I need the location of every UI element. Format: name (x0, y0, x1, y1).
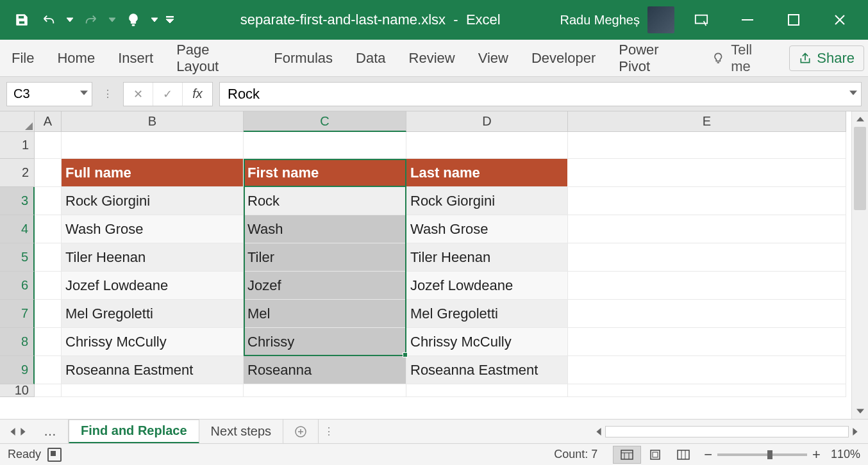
horizontal-scrollbar[interactable] (339, 426, 864, 437)
tab-split-handle[interactable]: ⋮ (319, 425, 339, 437)
tab-ellipsis[interactable]: … (32, 420, 69, 444)
cell-b6[interactable]: Jozef Lowdeane (62, 272, 244, 300)
scroll-up-icon[interactable] (852, 111, 868, 127)
cell-e3[interactable] (568, 187, 846, 215)
cell-a4[interactable] (35, 215, 62, 243)
row-header-3[interactable]: 3 (0, 187, 35, 215)
zoom-thumb[interactable] (767, 450, 772, 459)
tab-home[interactable]: Home (46, 42, 106, 74)
cell-e1[interactable] (568, 132, 846, 159)
cell-b2[interactable]: Full name (62, 159, 244, 187)
cell-a8[interactable] (35, 328, 62, 356)
cell-a5[interactable] (35, 243, 62, 272)
tab-insert[interactable]: Insert (106, 42, 165, 74)
row-header-5[interactable]: 5 (0, 243, 35, 272)
cell-c1[interactable] (244, 132, 406, 159)
chevron-down-icon[interactable] (80, 89, 88, 97)
close-button[interactable] (824, 8, 855, 31)
cell-c4[interactable]: Wash (244, 215, 406, 243)
cell-e2[interactable] (568, 159, 846, 187)
share-button[interactable]: Share (789, 45, 864, 71)
cell-b7[interactable]: Mel Gregoletti (62, 300, 244, 328)
cell-c9[interactable]: Roseanna (244, 356, 406, 384)
zoom-slider[interactable] (717, 453, 807, 456)
row-header-2[interactable]: 2 (0, 159, 35, 187)
tab-developer[interactable]: Developer (520, 42, 607, 74)
tab-view[interactable]: View (467, 42, 520, 74)
qat-customize-icon[interactable] (164, 8, 176, 31)
user-name-label[interactable]: Radu Megheș (560, 13, 640, 28)
cell-a9[interactable] (35, 356, 62, 384)
tab-file[interactable]: File (0, 42, 46, 74)
ribbon-display-options-icon[interactable] (686, 8, 717, 31)
zoom-level-label[interactable]: 110% (831, 448, 860, 461)
cell-a7[interactable] (35, 300, 62, 328)
lightbulb-icon[interactable] (122, 8, 145, 31)
cell-b3[interactable]: Rock Giorgini (62, 187, 244, 215)
col-header-e[interactable]: E (568, 111, 846, 132)
row-header-10[interactable]: 10 (0, 384, 35, 397)
tab-formulas[interactable]: Formulas (262, 42, 344, 74)
cell-d9[interactable]: Roseanna Eastment (406, 356, 568, 384)
split-handle[interactable]: ⋮ (99, 88, 117, 100)
cell-c7[interactable]: Mel (244, 300, 406, 328)
formula-input[interactable]: Rock (219, 82, 862, 106)
zoom-in-button[interactable]: + (812, 446, 821, 463)
zoom-out-button[interactable]: − (704, 446, 712, 463)
tell-me-search[interactable]: Tell me (701, 42, 783, 75)
col-header-d[interactable]: D (406, 111, 568, 132)
sheet-tab-next-steps[interactable]: Next steps (199, 420, 283, 444)
redo-dropdown-icon[interactable] (106, 8, 118, 31)
cell-d7[interactable]: Mel Gregoletti (406, 300, 568, 328)
row-header-6[interactable]: 6 (0, 272, 35, 300)
cell-e8[interactable] (568, 328, 846, 356)
grid[interactable]: A B C D E 1 2 Full name First name Last … (0, 111, 851, 419)
cell-e5[interactable] (568, 243, 846, 272)
row-header-9[interactable]: 9 (0, 356, 35, 384)
cell-e10[interactable] (568, 384, 846, 397)
view-page-break-button[interactable] (669, 446, 697, 464)
cell-c5[interactable]: Tiler (244, 243, 406, 272)
cell-d2[interactable]: Last name (406, 159, 568, 187)
cell-a10[interactable] (35, 384, 62, 397)
cell-c6[interactable]: Jozef (244, 272, 406, 300)
enter-button[interactable]: ✓ (153, 83, 183, 106)
cell-b10[interactable] (62, 384, 244, 397)
undo-dropdown-icon[interactable] (64, 8, 76, 31)
save-button[interactable] (10, 8, 33, 31)
col-header-a[interactable]: A (35, 111, 62, 132)
tab-nav[interactable] (4, 428, 32, 436)
view-normal-button[interactable] (613, 446, 641, 464)
cell-b1[interactable] (62, 132, 244, 159)
minimize-button[interactable] (732, 8, 763, 31)
hscroll-track[interactable] (605, 426, 849, 437)
cell-b9[interactable]: Roseanna Eastment (62, 356, 244, 384)
undo-button[interactable] (37, 8, 60, 31)
chevron-down-icon[interactable] (849, 89, 857, 97)
cell-e6[interactable] (568, 272, 846, 300)
macro-record-icon[interactable] (47, 448, 62, 462)
redo-button[interactable] (79, 8, 103, 31)
cell-d1[interactable] (406, 132, 568, 159)
cell-e9[interactable] (568, 356, 846, 384)
tab-power-pivot[interactable]: Power Pivot (607, 34, 701, 83)
col-header-b[interactable]: B (62, 111, 244, 132)
cell-e4[interactable] (568, 215, 846, 243)
cell-d10[interactable] (406, 384, 568, 397)
chevron-left-icon[interactable] (595, 428, 603, 436)
row-header-1[interactable]: 1 (0, 132, 35, 159)
cell-d4[interactable]: Wash Grose (406, 215, 568, 243)
cell-b4[interactable]: Wash Grose (62, 215, 244, 243)
scroll-thumb[interactable] (854, 127, 866, 210)
avatar[interactable] (647, 6, 674, 33)
vertical-scrollbar[interactable] (851, 111, 868, 419)
cell-c8[interactable]: Chrissy (244, 328, 406, 356)
cell-a1[interactable] (35, 132, 62, 159)
tab-data[interactable]: Data (344, 42, 397, 74)
cell-d8[interactable]: Chrissy McCully (406, 328, 568, 356)
cell-d6[interactable]: Jozef Lowdeane (406, 272, 568, 300)
cell-c10[interactable] (244, 384, 406, 397)
chevron-left-icon[interactable] (9, 428, 17, 436)
cell-d3[interactable]: Rock Giorgini (406, 187, 568, 215)
scroll-track[interactable] (852, 127, 868, 404)
